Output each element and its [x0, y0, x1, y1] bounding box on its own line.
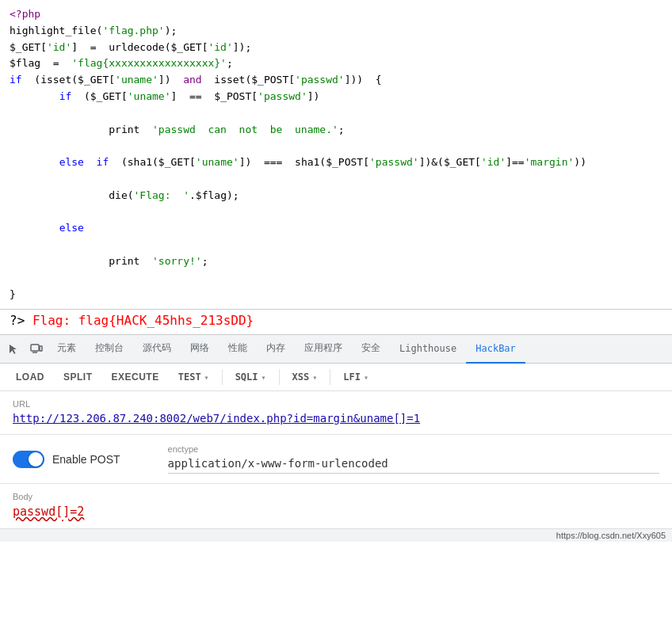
devtools-tab-hackbar[interactable]: HackBar [466, 335, 525, 364]
flag-value: Flag: flag{HACK_45hhs_213sDD} [25, 313, 254, 328]
enctype-label: enctype [168, 444, 659, 454]
devtools-tab-控制台[interactable]: 控制台 [86, 335, 133, 364]
xss-chevron: ▾ [312, 373, 317, 382]
test-label: TEST [178, 371, 201, 383]
enable-post-label: Enable POST [52, 453, 120, 466]
body-section: Body passwd[]=2 [0, 484, 672, 528]
sqli-chevron: ▾ [262, 373, 266, 382]
devtools-tab-lighthouse[interactable]: Lighthouse [390, 335, 466, 364]
url-section: URL http://123.206.87.240:8002/web7/inde… [0, 391, 672, 435]
lfi-dropdown[interactable]: LFI ▾ [337, 368, 375, 386]
code-display: <?phphighlight_file('flag.php');$_GET['i… [0, 0, 672, 310]
lfi-chevron: ▾ [364, 373, 368, 382]
devtools-tab-内存[interactable]: 内存 [257, 335, 295, 364]
test-chevron: ▾ [204, 373, 209, 382]
devtools-bar: 元素控制台源代码网络性能内存应用程序安全LighthouseHackBar [0, 335, 672, 364]
lfi-label: LFI [343, 371, 361, 383]
devtools-tab-安全[interactable]: 安全 [352, 335, 390, 364]
sep1 [222, 369, 223, 385]
test-dropdown[interactable]: TEST ▾ [172, 368, 216, 386]
enable-post-toggle[interactable] [13, 451, 44, 468]
post-enable-group: Enable POST [13, 444, 120, 468]
sqli-label: SQLI [235, 371, 258, 383]
cursor-icon[interactable] [3, 335, 25, 364]
body-value[interactable]: passwd[]=2 [13, 505, 659, 519]
load-button[interactable]: LOAD [10, 368, 51, 386]
devtools-tab-元素[interactable]: 元素 [48, 335, 86, 364]
enctype-value[interactable]: application/x-www-form-urlencoded [168, 457, 659, 474]
code-pre: <?phphighlight_file('flag.php');$_GET['i… [10, 6, 662, 303]
execute-button[interactable]: EXECUTE [105, 368, 166, 386]
enctype-section: enctype application/x-www-form-urlencode… [168, 444, 659, 474]
flag-line: ?> Flag: flag{HACK_45hhs_213sDD} [0, 310, 672, 335]
sqli-dropdown[interactable]: SQLI ▾ [229, 368, 273, 386]
sep3 [330, 369, 330, 385]
status-bar: https://blog.csdn.net/Xxy605 [0, 528, 672, 542]
devtools-tab-源代码[interactable]: 源代码 [133, 335, 181, 364]
post-section: Enable POST enctype application/x-www-fo… [0, 435, 672, 484]
devtools-tab-网络[interactable]: 网络 [181, 335, 219, 364]
status-text: https://blog.csdn.net/Xxy605 [556, 531, 666, 540]
devtools-tabs: 元素控制台源代码网络性能内存应用程序安全LighthouseHackBar [48, 335, 525, 364]
body-label: Body [13, 492, 659, 501]
device-icon[interactable] [25, 335, 48, 364]
toggle-knob [29, 452, 43, 467]
svg-rect-1 [40, 346, 42, 351]
hackbar-toolbar: LOAD SPLIT EXECUTE TEST ▾ SQLI ▾ XSS ▾ L… [0, 364, 672, 391]
devtools-tab-性能[interactable]: 性能 [219, 335, 257, 364]
php-close-tag: ?> [10, 313, 25, 328]
url-label: URL [13, 399, 659, 409]
devtools-tab-应用程序[interactable]: 应用程序 [295, 335, 352, 364]
url-value[interactable]: http://123.206.87.240:8002/web7/index.ph… [13, 412, 659, 425]
xss-label: XSS [292, 371, 310, 383]
split-button[interactable]: SPLIT [57, 368, 99, 386]
sep2 [279, 369, 280, 385]
xss-dropdown[interactable]: XSS ▾ [286, 368, 324, 386]
svg-rect-0 [31, 345, 39, 351]
